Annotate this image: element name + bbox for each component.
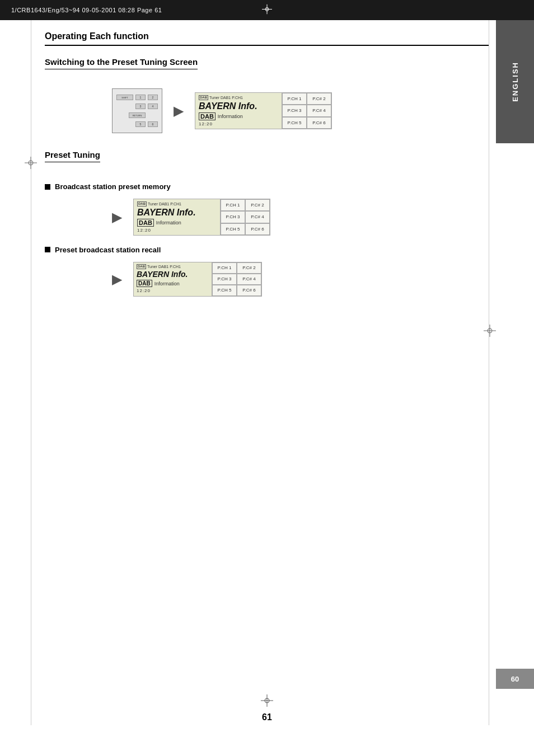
margin-cross-right-top: [484, 325, 496, 339]
dab-display-3: DAB Tuner DAB1 P.CH1 BAYERN Info. DAB In…: [134, 262, 212, 296]
broadcast-subsection: Broadcast station preset memory ▶ DAB Tu…: [45, 182, 489, 236]
preset-cell-1-5: P.CH 5: [282, 117, 307, 129]
preset-tuning-title: Preset Tuning: [45, 150, 100, 162]
preset-cell-3-1: P.CH 1: [212, 262, 237, 274]
dab-badge-2: DAB: [137, 201, 147, 206]
dab-display-2: DAB Tuner DAB1 P.CH1 BAYERN Info. DAB In…: [134, 199, 221, 235]
preset-cell-2-1: P.CH 1: [221, 199, 245, 211]
broadcast-heading-text: Broadcast station preset memory: [55, 182, 171, 191]
bottom-crosshair: [261, 694, 273, 708]
page-number: 61: [262, 712, 272, 722]
language-label: ENGLISH: [511, 62, 519, 102]
dab-logo-3: DAB: [137, 280, 152, 287]
preset-tuning-section: Preset Tuning Broadcast station preset m…: [45, 150, 489, 297]
recall-diagram: ▶ DAB Tuner DAB1 P.CH1 BAYERN Info. DAB …: [112, 262, 489, 297]
btn-3: 3: [135, 104, 146, 109]
dab-display-1: DAB Tuner DAB1 P.CH1 BAYERN Info. DAB In…: [195, 93, 282, 129]
top-header: 1/CRB1643/Eng/53~94 09-05-2001 08:28 Pag…: [0, 0, 534, 20]
main-content: Operating Each function Switching to the…: [45, 20, 489, 321]
dab-title-3: BAYERN Info.: [137, 270, 209, 279]
dab-time-2: 12:20: [137, 228, 217, 233]
btn-1: 1: [135, 95, 146, 100]
preset-cell-3-3: P.CH 3: [212, 274, 237, 285]
dab-header-text-2: Tuner DAB1 P.CH1: [148, 202, 181, 206]
dab-header-text-1: Tuner DAB1 P.CH1: [209, 96, 243, 100]
dab-presets-1: P.CH 1 P.C# 2 P.CH 3 P.C# 4 P.CH 5 P.C# …: [282, 93, 331, 129]
dab-badge-1: DAB: [199, 95, 208, 100]
device-unit: SHIFT 1 2 3 4 RETURN 5 6: [112, 88, 162, 133]
dab-logo-1: DAB: [199, 112, 216, 120]
margin-line-left: [31, 20, 31, 725]
preset-cell-1-6: P.C# 6: [307, 117, 331, 129]
preset-cell-2-6: P.C# 6: [245, 223, 270, 235]
preset-cell-2-4: P.C# 4: [245, 211, 270, 223]
recall-heading-text: Preset broadcast station recall: [55, 246, 161, 254]
margin-cross-left-top: [25, 157, 37, 171]
preset-cell-3-6: P.C# 6: [237, 285, 261, 296]
dab-time-1: 12:20: [199, 121, 278, 126]
btn-6: 6: [148, 121, 158, 127]
preset-cell-1-3: P.CH 3: [282, 105, 307, 116]
language-sidebar: ENGLISH: [496, 20, 534, 143]
preset-cell-2-3: P.CH 3: [221, 211, 245, 223]
dab-screen-3: DAB Tuner DAB1 P.CH1 BAYERN Info. DAB In…: [133, 262, 262, 297]
preset-cell-3-5: P.CH 5: [212, 285, 237, 296]
btn-2: 2: [148, 95, 158, 100]
dab-header-text-3: Tuner DAB1 P.CH1: [147, 265, 181, 269]
btn-4: 4: [148, 104, 158, 109]
dab-header-2: DAB Tuner DAB1 P.CH1: [137, 201, 217, 206]
prev-page-badge: 60: [496, 669, 534, 689]
arrow-right-icon: ▶: [174, 103, 184, 119]
arrow-right-broadcast-icon: ▶: [112, 209, 122, 225]
dab-subtitle-3: Information: [154, 281, 180, 287]
dab-time-3: 12:20: [137, 288, 209, 293]
shift-btn: SHIFT: [116, 95, 133, 100]
preset-cell-2-5: P.CH 5: [221, 223, 245, 235]
btn-5: 5: [135, 121, 146, 127]
preset-cell-1-1: P.CH 1: [282, 93, 307, 105]
preset-cell-3-4: P.C# 4: [237, 274, 261, 285]
bullet-icon-broadcast: [45, 184, 50, 190]
dab-header-3: DAB Tuner DAB1 P.CH1: [137, 264, 209, 269]
section-title: Operating Each function: [45, 31, 489, 46]
broadcast-heading: Broadcast station preset memory: [45, 182, 489, 191]
recall-subsection: Preset broadcast station recall ▶ DAB Tu…: [45, 246, 489, 297]
dab-badge-3: DAB: [137, 264, 146, 269]
dab-screen-2: DAB Tuner DAB1 P.CH1 BAYERN Info. DAB In…: [133, 199, 270, 236]
dab-presets-3: P.CH 1 P.C# 2 P.CH 3 P.C# 4 P.CH 5 P.C# …: [212, 262, 261, 296]
recall-heading: Preset broadcast station recall: [45, 246, 489, 254]
broadcast-diagram: ▶ DAB Tuner DAB1 P.CH1 BAYERN Info. DAB …: [112, 199, 489, 236]
page-footer: 61: [0, 712, 534, 722]
switching-section: Switching to the Preset Tuning Screen SH…: [45, 57, 489, 133]
dab-logo-2: DAB: [137, 219, 154, 227]
return-btn: RETURN: [129, 112, 146, 118]
dab-title-2: BAYERN Info.: [137, 208, 217, 218]
dab-header-1: DAB Tuner DAB1 P.CH1: [199, 95, 278, 100]
dab-subtitle-1: Information: [218, 114, 243, 119]
header-meta: 1/CRB1643/Eng/53~94 09-05-2001 08:28 Pag…: [11, 7, 162, 13]
dab-screen-1: DAB Tuner DAB1 P.CH1 BAYERN Info. DAB In…: [195, 92, 332, 129]
dab-subtitle-2: Information: [156, 220, 181, 226]
dab-presets-2: P.CH 1 P.C# 2 P.CH 3 P.C# 4 P.CH 5 P.C# …: [221, 199, 270, 235]
margin-line-right: [489, 20, 489, 725]
top-crosshair-icon: [262, 4, 272, 15]
switching-diagram: SHIFT 1 2 3 4 RETURN 5 6: [112, 88, 489, 133]
preset-cell-1-4: P.C# 4: [307, 105, 331, 116]
arrow-right-recall-icon: ▶: [112, 271, 122, 287]
bullet-icon-recall: [45, 247, 50, 252]
preset-cell-3-2: P.C# 2: [237, 262, 261, 274]
switching-title: Switching to the Preset Tuning Screen: [45, 57, 198, 69]
preset-cell-2-2: P.C# 2: [245, 199, 270, 211]
preset-cell-1-2: P.C# 2: [307, 93, 331, 105]
dab-title-1: BAYERN Info.: [199, 101, 278, 111]
